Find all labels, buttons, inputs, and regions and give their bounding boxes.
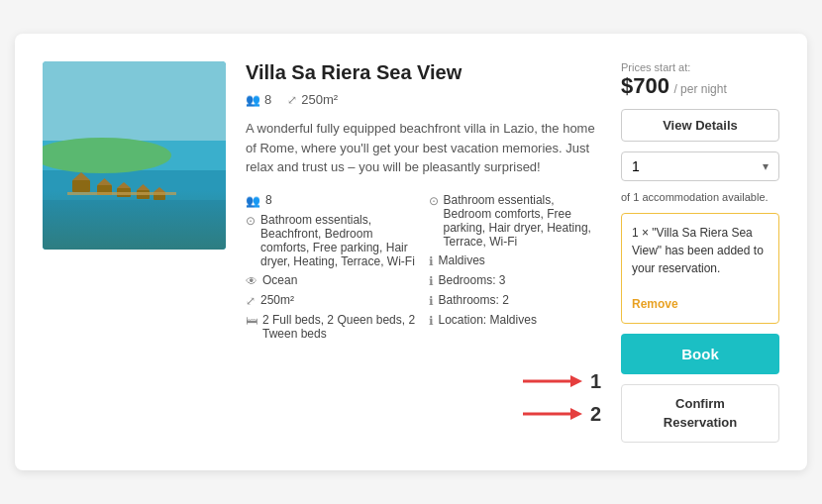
arrow1-icon: [523, 371, 582, 391]
feature-beds: 🛏 2 Full beds, 2 Queen beds, 2 Tween bed…: [246, 313, 419, 341]
availability-text: of 1 accommodation available.: [621, 191, 779, 203]
bed-icon: 🛏: [246, 314, 257, 328]
price-row: $700 / per night: [621, 73, 779, 99]
price-amount: $700: [621, 73, 669, 98]
feature-guests-text: 8: [265, 193, 272, 207]
feature-amenities-text: Bathroom essentials, Beachfront, Bedroom…: [260, 213, 419, 268]
feature-amenities2: ⊙ Bathroom essentials, Bedroom comforts,…: [429, 193, 602, 249]
remove-link[interactable]: Remove: [632, 297, 678, 311]
feature-bathrooms: ℹ Bathrooms: 2: [429, 293, 602, 308]
svg-marker-19: [570, 408, 582, 420]
location2-icon: ℹ: [429, 314, 434, 328]
svg-rect-4: [72, 180, 90, 192]
size-icon: ⤢: [246, 294, 256, 308]
price-per: / per night: [673, 82, 726, 96]
people-icon: 👥: [246, 93, 260, 107]
reservation-notice: 1 × "Villa Sa Riera Sea View" has been a…: [621, 213, 779, 324]
pricing-panel: Prices start at: $700 / per night View D…: [621, 61, 779, 442]
feature-location2: ℹ Location: Maldives: [429, 313, 602, 328]
arrow-row-1: 1: [523, 370, 601, 393]
feature-size-text: 250m²: [260, 293, 294, 307]
property-image-container: [43, 61, 226, 442]
feature-amenities: ⊙ Bathroom essentials, Beachfront, Bedro…: [246, 213, 419, 268]
svg-rect-2: [43, 170, 226, 250]
chevron-down-icon[interactable]: ▾: [763, 159, 769, 173]
quantity-row: 1 ▾: [621, 151, 779, 181]
svg-rect-14: [67, 192, 176, 195]
arrows-area: 1 2: [246, 351, 601, 426]
feature-bedrooms-text: Bedrooms: 3: [439, 273, 506, 287]
amenities-icon: ⊙: [246, 214, 256, 228]
property-details: Villa Sa Riera Sea View 👥 8 ⤢ 250m² A wo…: [246, 61, 601, 442]
guests-icon: 👥: [246, 194, 260, 208]
area-meta: ⤢ 250m²: [287, 92, 338, 107]
area-value: 250m²: [301, 92, 338, 107]
reservation-notice-text: 1 × "Villa Sa Riera Sea View" has been a…: [632, 226, 764, 275]
feature-location1: ℹ Maldives: [429, 253, 602, 268]
feature-size: ⤢ 250m²: [246, 293, 419, 308]
feature-view-text: Ocean: [262, 273, 297, 287]
price-section: Prices start at: $700 / per night: [621, 61, 779, 99]
guests-meta: 👥 8: [246, 92, 271, 107]
quantity-value: 1: [632, 158, 640, 174]
feature-bathrooms-text: Bathrooms: 2: [439, 293, 509, 307]
arrow-indicators: 1 2: [523, 370, 601, 426]
svg-marker-17: [570, 375, 582, 387]
feature-col-right: ⊙ Bathroom essentials, Bedroom comforts,…: [429, 193, 602, 341]
confirm-label: Confirm Reservation: [664, 396, 737, 429]
feature-beds-text: 2 Full beds, 2 Queen beds, 2 Tween beds: [262, 313, 419, 341]
svg-rect-10: [137, 190, 150, 199]
confirm-reservation-button[interactable]: Confirm Reservation: [621, 384, 779, 442]
guests-count: 8: [264, 92, 271, 107]
svg-rect-8: [117, 188, 131, 197]
location1-icon: ℹ: [429, 254, 434, 268]
arrow1-number: 1: [590, 370, 601, 393]
svg-rect-15: [43, 200, 226, 250]
features-grid: 👥 8 ⊙ Bathroom essentials, Beachfront, B…: [246, 193, 601, 341]
view-details-button[interactable]: View Details: [621, 109, 779, 142]
feature-location2-text: Location: Maldives: [439, 313, 537, 327]
arrow2-icon: [523, 404, 582, 424]
arrow2-number: 2: [590, 403, 601, 426]
feature-location1-text: Maldives: [439, 253, 485, 267]
feature-view: 👁 Ocean: [246, 273, 419, 288]
bedrooms-icon: ℹ: [429, 274, 434, 288]
feature-amenities2-text: Bathroom essentials, Bedroom comforts, F…: [444, 193, 602, 249]
property-title: Villa Sa Riera Sea View: [246, 61, 601, 84]
svg-rect-6: [97, 185, 112, 195]
property-card: Villa Sa Riera Sea View 👥 8 ⤢ 250m² A wo…: [15, 34, 807, 469]
bathrooms-icon: ℹ: [429, 294, 434, 308]
property-description: A wonderful fully equipped beachfront vi…: [246, 119, 601, 177]
feature-col-left: 👥 8 ⊙ Bathroom essentials, Beachfront, B…: [246, 193, 419, 341]
price-label: Prices start at:: [621, 61, 779, 73]
amenities2-icon: ⊙: [429, 194, 439, 208]
book-button[interactable]: Book: [621, 334, 779, 374]
feature-guests: 👥 8: [246, 193, 419, 208]
area-icon: ⤢: [287, 93, 297, 107]
arrow-row-2: 2: [523, 403, 601, 426]
svg-rect-12: [154, 192, 165, 200]
property-image: [43, 61, 226, 250]
view-icon: 👁: [246, 274, 257, 288]
feature-bedrooms: ℹ Bedrooms: 3: [429, 273, 602, 288]
meta-row: 👥 8 ⤢ 250m²: [246, 92, 601, 107]
